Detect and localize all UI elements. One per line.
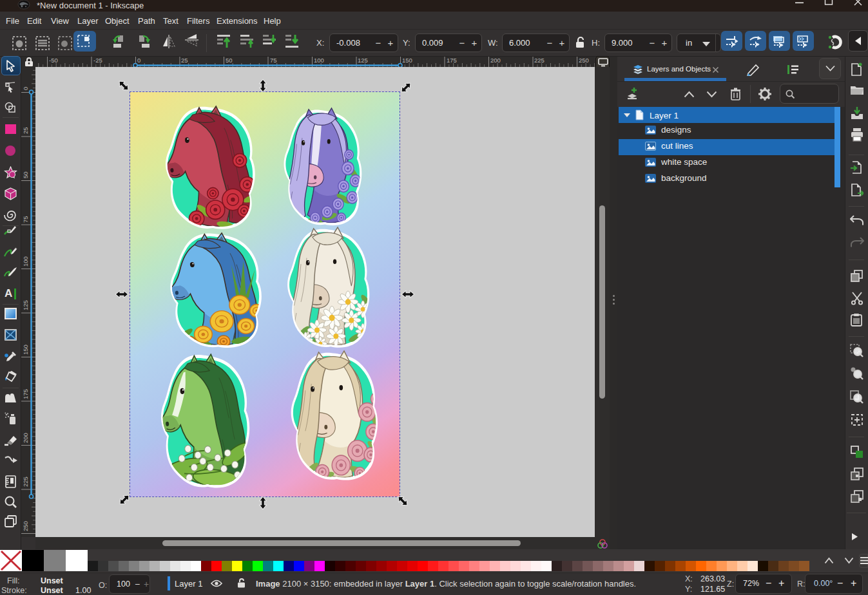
svg-text:250: 250 xyxy=(579,57,589,64)
svg-text:0: 0 xyxy=(137,57,140,64)
svg-text:175: 175 xyxy=(447,57,457,64)
svg-text:125: 125 xyxy=(358,57,368,64)
svg-text:150: 150 xyxy=(22,345,29,355)
svg-text:50: 50 xyxy=(226,57,233,64)
svg-text:50: 50 xyxy=(22,171,29,178)
svg-text:225: 225 xyxy=(534,57,545,64)
svg-text:75: 75 xyxy=(270,57,277,64)
svg-text:125: 125 xyxy=(22,300,29,310)
svg-text:150: 150 xyxy=(402,57,412,64)
svg-text:0: 0 xyxy=(22,87,29,90)
svg-text:200: 200 xyxy=(22,433,29,443)
svg-text:225: 225 xyxy=(22,477,29,487)
svg-text:100: 100 xyxy=(314,57,324,64)
svg-text:200: 200 xyxy=(490,57,501,64)
svg-text:-50: -50 xyxy=(49,57,58,64)
svg-text:100: 100 xyxy=(22,256,29,267)
svg-text:75: 75 xyxy=(22,216,29,223)
svg-text:-25: -25 xyxy=(93,57,102,64)
svg-text:25: 25 xyxy=(181,57,188,64)
svg-text:250: 250 xyxy=(22,521,29,531)
svg-text:175: 175 xyxy=(22,389,29,399)
svg-text:25: 25 xyxy=(22,127,29,134)
